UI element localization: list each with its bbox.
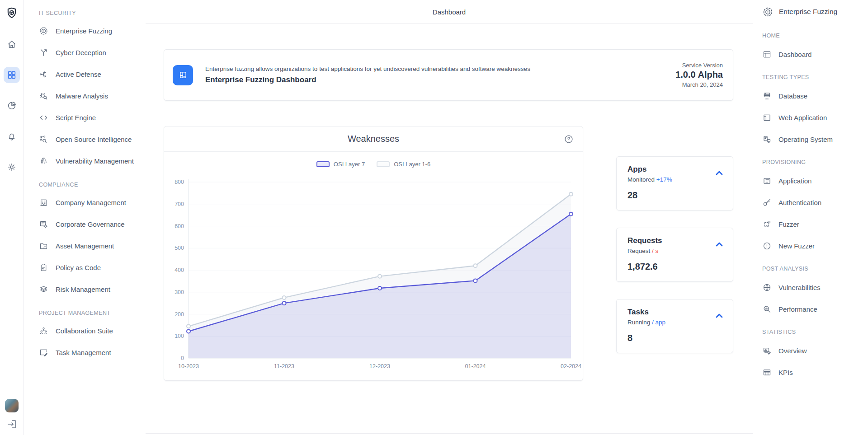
right-item-database[interactable]: Database xyxy=(762,85,868,107)
doc-edit-icon xyxy=(39,348,48,357)
svg-text:11-2023: 11-2023 xyxy=(274,363,294,370)
stat-card-title: Apps xyxy=(627,165,724,174)
stat-card-value: 8 xyxy=(627,333,724,343)
gear-icon[interactable] xyxy=(4,159,20,175)
sidebar-item-malware-analysis[interactable]: Malware Analysis xyxy=(39,85,146,107)
building-icon xyxy=(39,198,48,207)
right-item-kpis[interactable]: KPIs xyxy=(762,361,868,383)
sidebar-item-collaboration-suite[interactable]: Collaboration Suite xyxy=(39,320,146,341)
stat-subtitle-text: Monitored xyxy=(627,176,655,183)
right-item-vulnerabilities[interactable]: Vulnerabilities xyxy=(762,276,868,298)
target-icon xyxy=(39,26,48,36)
right-item-label: Web Application xyxy=(778,114,827,122)
stat-subtitle-suffix: +17% xyxy=(656,176,672,183)
section-header: PROJECT MANAGEMENT xyxy=(39,306,146,320)
clipboard-icon xyxy=(39,263,48,272)
stat-subtitle-suffix: / app xyxy=(652,319,665,326)
app-list-icon xyxy=(762,176,772,186)
section-header: POST ANALYSIS xyxy=(762,261,868,276)
svg-text:800: 800 xyxy=(175,179,184,185)
svg-text:500: 500 xyxy=(175,245,184,251)
folder-icon xyxy=(39,241,48,251)
svg-text:10-2023: 10-2023 xyxy=(178,363,199,370)
kpi-table-icon xyxy=(762,368,772,377)
overview-icon xyxy=(762,346,772,355)
right-item-fuzzer[interactable]: Fuzzer xyxy=(762,213,868,235)
sidebar-item-enterprise-fuzzing[interactable]: Enterprise Fuzzing xyxy=(39,20,146,42)
chevron-up-icon[interactable] xyxy=(714,310,725,321)
svg-text:300: 300 xyxy=(175,289,184,295)
brand-label: Enterprise Fuzzing xyxy=(779,8,837,16)
sidebar-item-open-source-intelligence[interactable]: Open Source Intelligence xyxy=(39,128,146,150)
sidebar-item-risk-management[interactable]: Risk Management xyxy=(39,278,146,300)
stat-subtitle-text: Request xyxy=(627,248,650,254)
chevron-up-icon[interactable] xyxy=(714,239,725,250)
stat-card-apps: Apps Monitored +17% 28 xyxy=(616,156,733,210)
service-version-value: 1.0.0 Alpha xyxy=(675,70,723,80)
sidebar-item-label: Active Defense xyxy=(56,70,101,78)
right-item-operating-system[interactable]: Operating System xyxy=(762,128,868,150)
people-icon xyxy=(39,326,48,336)
sidebar-item-label: Script Engine xyxy=(56,114,96,122)
right-item-label: Overview xyxy=(778,347,807,355)
right-item-new-fuzzer[interactable]: New Fuzzer xyxy=(762,235,868,257)
os-icon xyxy=(762,135,772,144)
pie-chart-icon[interactable] xyxy=(4,98,20,114)
sidebar-item-label: Corporate Governance xyxy=(56,220,125,228)
legend-item[interactable]: OSI Layer 1-6 xyxy=(377,161,430,168)
chevron-up-icon[interactable] xyxy=(714,168,725,178)
home-icon[interactable] xyxy=(4,36,20,52)
sidebar-item-policy-as-code[interactable]: Policy as Code xyxy=(39,257,146,278)
sidebar-item-asset-management[interactable]: Asset Management xyxy=(39,235,146,257)
right-item-performance[interactable]: Performance xyxy=(762,298,868,320)
osint-icon xyxy=(39,135,48,144)
stat-card-subtitle: Running / app xyxy=(627,319,724,326)
plus-circle-icon xyxy=(762,241,772,251)
svg-text:01-2024: 01-2024 xyxy=(465,363,486,370)
sidebar-item-script-engine[interactable]: Script Engine xyxy=(39,107,146,128)
sidebar-item-corporate-governance[interactable]: Corporate Governance xyxy=(39,213,146,235)
right-item-label: Performance xyxy=(778,305,817,313)
legend-label: OSI Layer 7 xyxy=(334,161,365,168)
sidebar-item-label: Collaboration Suite xyxy=(56,327,113,335)
section-header: COMPLIANCE xyxy=(39,178,146,192)
target-icon xyxy=(762,6,774,18)
sidebar-item-active-defense[interactable]: Active Defense xyxy=(39,63,146,85)
sidebar-item-label: Company Management xyxy=(56,199,126,206)
legend-swatch xyxy=(316,161,330,167)
right-item-label: Database xyxy=(778,92,807,100)
right-item-overview[interactable]: Overview xyxy=(762,340,868,361)
dashboard-layout-icon xyxy=(173,65,193,85)
section-header: HOME xyxy=(762,28,868,43)
user-avatar[interactable] xyxy=(5,399,19,412)
brand-row: Enterprise Fuzzing xyxy=(762,0,868,23)
right-item-web-application[interactable]: Web Application xyxy=(762,107,868,128)
topbar: Dashboard xyxy=(146,0,753,23)
sidebar-item-label: Task Management xyxy=(56,349,111,356)
sidebar-item-company-management[interactable]: Company Management xyxy=(39,192,146,213)
legend-item[interactable]: OSI Layer 7 xyxy=(316,161,365,168)
stat-card-requests: Requests Request / s 1,872.6 xyxy=(616,228,733,282)
right-item-label: Operating System xyxy=(778,136,833,143)
sidebar-item-task-management[interactable]: Task Management xyxy=(39,341,146,363)
flow-icon xyxy=(39,70,48,79)
bug-search-icon xyxy=(39,91,48,101)
stat-subtitle-suffix: / s xyxy=(652,248,658,254)
sidebar-item-cyber-deception[interactable]: Cyber Deception xyxy=(39,42,146,63)
right-item-application[interactable]: Application xyxy=(762,170,868,192)
grid-icon[interactable] xyxy=(4,67,20,83)
svg-text:0: 0 xyxy=(181,355,184,361)
section-header: STATISTICS xyxy=(762,324,868,340)
right-item-authentication[interactable]: Authentication xyxy=(762,192,868,213)
branch-icon xyxy=(39,48,48,57)
logout-icon[interactable] xyxy=(6,419,17,430)
help-icon[interactable] xyxy=(564,134,574,144)
stat-card-title: Requests xyxy=(627,236,724,245)
bell-icon[interactable] xyxy=(4,128,20,145)
svg-text:700: 700 xyxy=(175,201,184,207)
right-item-dashboard[interactable]: Dashboard xyxy=(762,43,868,65)
right-sidebar: Enterprise Fuzzing HOMEDashboardTESTING … xyxy=(753,0,868,435)
sidebar-item-label: Asset Management xyxy=(56,242,114,250)
section-header: TESTING TYPES xyxy=(762,70,868,85)
sidebar-item-vulnerability-management[interactable]: Vulnerability Management xyxy=(39,150,146,172)
